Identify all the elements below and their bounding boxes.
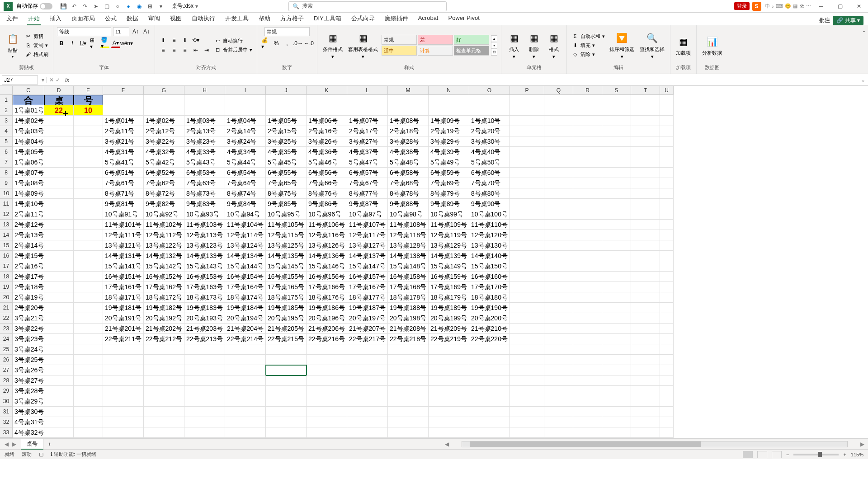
cell[interactable]: 18号桌175号 [266, 292, 307, 303]
cell[interactable]: 9号桌90号 [469, 199, 510, 209]
enter-icon[interactable]: ✓ [56, 77, 60, 83]
cell[interactable] [631, 116, 660, 126]
horizontal-scrollbar[interactable] [462, 441, 848, 447]
cell[interactable] [631, 220, 660, 230]
cell[interactable]: 10号桌98号 [388, 209, 429, 220]
cell[interactable]: 15号桌142号 [144, 261, 184, 272]
cell[interactable]: 3号桌29号 [13, 396, 44, 407]
cell[interactable] [510, 407, 544, 417]
style-bad[interactable]: 差 [418, 35, 453, 45]
cell[interactable]: 16号桌158号 [388, 272, 429, 282]
cell[interactable] [266, 396, 307, 407]
cell[interactable]: 7号桌64号 [225, 178, 266, 188]
cell[interactable] [510, 427, 544, 438]
cell[interactable] [103, 105, 144, 116]
cell[interactable]: 9号桌86号 [307, 199, 347, 209]
cell[interactable]: 8号桌77号 [347, 188, 388, 199]
cell-styles-gallery[interactable]: 常规 差 好 适中 计算 检查单元格 [382, 35, 489, 56]
cell[interactable]: 16号桌156号 [307, 272, 347, 282]
cell[interactable]: 9号桌81号 [103, 199, 144, 209]
row-header-29[interactable]: 29 [0, 386, 13, 396]
align-middle-icon[interactable]: ≡ [170, 36, 179, 45]
insert-cells-button[interactable]: ▦插入▾ [505, 30, 523, 61]
cell[interactable] [44, 136, 74, 147]
cell[interactable] [347, 427, 388, 438]
cell[interactable] [573, 230, 602, 240]
macro-record-icon[interactable]: ▢ [39, 451, 43, 457]
cell[interactable] [510, 147, 544, 157]
cell[interactable] [602, 417, 631, 427]
cell[interactable] [631, 282, 660, 292]
cell[interactable]: 1号桌10号 [13, 199, 44, 209]
cell[interactable]: 1号桌04号 [225, 116, 266, 126]
cell[interactable] [544, 105, 573, 116]
cell[interactable] [429, 375, 469, 386]
cell[interactable] [544, 209, 573, 220]
cell[interactable] [74, 230, 103, 240]
cell[interactable] [573, 116, 602, 126]
cell[interactable] [660, 240, 674, 251]
tab-开发工具[interactable]: 开发工具 [224, 13, 250, 25]
cell[interactable] [469, 355, 510, 365]
cell[interactable] [44, 199, 74, 209]
cell[interactable] [631, 157, 660, 168]
cell[interactable] [347, 95, 388, 105]
cell[interactable] [266, 344, 307, 355]
cell[interactable] [388, 95, 429, 105]
cell[interactable] [225, 396, 266, 407]
cell[interactable] [602, 313, 631, 324]
cell[interactable] [602, 95, 631, 105]
undo-icon[interactable]: ↶ [71, 3, 78, 10]
cell[interactable]: 15号桌141号 [103, 261, 144, 272]
increase-decimal-icon[interactable]: .0→ [293, 39, 302, 48]
cell[interactable] [184, 396, 225, 407]
cell[interactable] [573, 105, 602, 116]
cell[interactable] [660, 126, 674, 136]
cell[interactable] [510, 261, 544, 272]
tab-文件[interactable]: 文件 [5, 13, 19, 25]
cell[interactable]: 9号桌89号 [429, 199, 469, 209]
sort-filter-button[interactable]: 🔽排序和筛选▾ [608, 30, 636, 61]
cell[interactable]: 17号桌170号 [469, 282, 510, 292]
cell[interactable] [510, 199, 544, 209]
cell[interactable]: 13号桌130号 [469, 240, 510, 251]
cell[interactable]: 17号桌167号 [347, 282, 388, 292]
cell[interactable]: 3号桌22号 [144, 136, 184, 147]
cell[interactable]: 19号桌183号 [184, 303, 225, 313]
cell[interactable] [429, 95, 469, 105]
cell[interactable] [510, 355, 544, 365]
cell[interactable] [602, 272, 631, 282]
cell[interactable] [544, 417, 573, 427]
cell[interactable]: 15号桌148号 [388, 261, 429, 272]
cell[interactable]: 14号桌140号 [469, 251, 510, 261]
cell[interactable]: 22号桌219号 [429, 334, 469, 344]
cell[interactable] [429, 365, 469, 375]
cell[interactable] [74, 220, 103, 230]
tab-自动执行[interactable]: 自动执行 [191, 13, 216, 25]
tab-数据[interactable]: 数据 [126, 13, 139, 25]
cell[interactable]: 13号桌125号 [266, 240, 307, 251]
cell[interactable]: 1号桌05号 [266, 116, 307, 126]
row-header-16[interactable]: 16 [0, 251, 13, 261]
cell[interactable]: 20号桌196号 [307, 313, 347, 324]
cell[interactable] [44, 386, 74, 396]
cell[interactable] [544, 355, 573, 365]
cell[interactable] [602, 386, 631, 396]
cell[interactable] [429, 386, 469, 396]
cell[interactable] [74, 272, 103, 282]
sheet-next-icon[interactable]: ▶ [12, 441, 16, 447]
cell[interactable] [631, 199, 660, 209]
cell[interactable] [660, 355, 674, 365]
cell[interactable] [225, 427, 266, 438]
cell[interactable]: 3号桌28号 [13, 386, 44, 396]
cell[interactable] [44, 168, 74, 178]
cell[interactable]: 6号桌53号 [184, 168, 225, 178]
cell[interactable] [347, 375, 388, 386]
cell[interactable] [544, 303, 573, 313]
cell[interactable]: 17号桌163号 [184, 282, 225, 292]
cell[interactable] [307, 417, 347, 427]
addins-button[interactable]: ▦加载项 [674, 33, 693, 57]
cell[interactable] [602, 282, 631, 292]
align-right-icon[interactable]: ≡ [180, 46, 189, 55]
cell[interactable] [225, 407, 266, 417]
